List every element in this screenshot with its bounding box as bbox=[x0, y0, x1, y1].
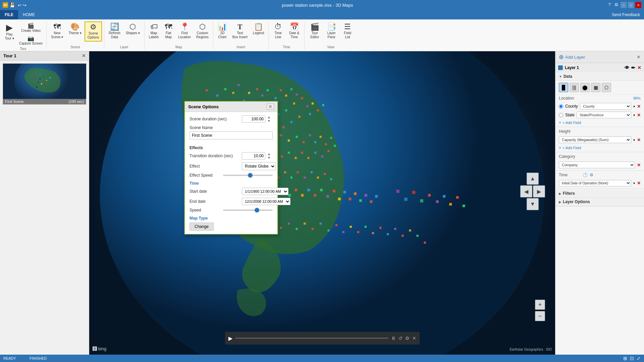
playbar-play-btn[interactable]: ▶ bbox=[228, 335, 232, 342]
shapes-btn[interactable]: ⬡ Shapes ▾ bbox=[123, 21, 142, 37]
grouped-bar-icon-btn[interactable]: ||| bbox=[570, 83, 579, 92]
zoom-in-btn[interactable]: + bbox=[535, 300, 545, 310]
filters-section-header[interactable]: ▶ Filters bbox=[555, 189, 644, 198]
change-map-type-btn[interactable]: Change bbox=[190, 223, 214, 231]
state-field-select[interactable]: State/Province bbox=[577, 112, 631, 118]
duration-input[interactable] bbox=[242, 115, 265, 123]
time-remove-btn[interactable]: ✕ bbox=[637, 181, 641, 186]
category-select[interactable]: Company bbox=[559, 162, 635, 168]
time-dropdown-arrow: ▾ bbox=[633, 181, 635, 185]
statusbar-icon-1[interactable]: ⊞ bbox=[623, 356, 627, 361]
restore-icon[interactable]: ⧉ bbox=[615, 2, 618, 8]
effect-dropdown[interactable]: Rotate Globe Fly Through None bbox=[242, 162, 276, 170]
layer-remove-icon[interactable]: ✕ bbox=[637, 65, 641, 70]
quick-save-icon[interactable]: 💾 bbox=[9, 2, 15, 8]
nav-left-btn[interactable]: ◀ bbox=[520, 185, 532, 197]
home-tab[interactable]: HOME bbox=[18, 10, 40, 19]
playbar-close-btn[interactable]: ✕ bbox=[412, 336, 416, 341]
effect-speed-slider[interactable] bbox=[223, 175, 273, 176]
svg-rect-126 bbox=[314, 194, 316, 197]
svg-rect-141 bbox=[304, 223, 306, 225]
heatmap-icon-btn[interactable]: ▦ bbox=[591, 83, 600, 92]
add-layer-btn[interactable]: ⊕ Add Layer bbox=[559, 53, 585, 61]
region-icon-btn[interactable]: ⬡ bbox=[602, 83, 611, 92]
transition-input[interactable] bbox=[242, 152, 265, 160]
playbar-progress[interactable] bbox=[235, 338, 388, 339]
redo-icon[interactable]: ↪ bbox=[23, 3, 26, 8]
create-video-btn[interactable]: 🎬 Create Video bbox=[17, 21, 44, 34]
date-time-btn[interactable]: 📅 Date &Time bbox=[286, 21, 302, 41]
statusbar-icon-2[interactable]: ⊡ bbox=[630, 356, 634, 361]
county-field-select[interactable]: County bbox=[580, 103, 631, 110]
svg-rect-118 bbox=[330, 178, 332, 180]
category-remove-btn[interactable]: ✕ bbox=[637, 163, 641, 168]
dialog-close-btn[interactable]: ✕ bbox=[267, 104, 274, 110]
tour-panel-close-btn[interactable]: ✕ bbox=[82, 53, 86, 58]
tour-editor-btn[interactable]: 🎬 TourEditor bbox=[307, 21, 323, 41]
scene-item[interactable]: 1 bbox=[0, 61, 89, 107]
bubble-icon-btn[interactable]: ⬤ bbox=[580, 83, 590, 92]
time-settings-icon[interactable]: ⚙ bbox=[590, 173, 593, 177]
start-date-dropdown[interactable]: 1/1/1900 12:00:00 AM bbox=[242, 188, 288, 195]
text-box-btn[interactable]: T TextBox Insert bbox=[230, 21, 250, 41]
scene-thumbnail[interactable]: 1 bbox=[3, 63, 86, 105]
bar-chart-icon-btn[interactable]: ▐▌ bbox=[559, 83, 568, 92]
play-tour-btn[interactable]: ▶ PlayTour ▾ bbox=[2, 21, 17, 42]
layer-pane-btn[interactable]: 📑 LayerPane bbox=[323, 21, 339, 41]
end-date-dropdown[interactable]: 12/1/2008 12:00:00 AM bbox=[242, 198, 290, 205]
svg-rect-129 bbox=[333, 190, 335, 192]
feedback-link[interactable]: Send Feedback bbox=[612, 12, 644, 17]
speed-slider[interactable] bbox=[223, 209, 273, 211]
transition-spinner[interactable]: ▲▼ bbox=[267, 152, 271, 160]
maximize-btn[interactable]: □ bbox=[628, 2, 634, 8]
height-add-field-btn[interactable]: + + Add Field bbox=[555, 144, 644, 151]
field-list-btn[interactable]: ☰ FieldList bbox=[340, 21, 355, 41]
help-icon[interactable]: ? bbox=[608, 2, 611, 8]
layer-edit-icon[interactable]: ✏ bbox=[631, 65, 635, 70]
nav-down-btn[interactable]: ▼ bbox=[527, 198, 539, 210]
location-add-field-btn[interactable]: + + Add Field bbox=[555, 119, 644, 126]
flat-map-btn[interactable]: 🗺 FlatMap bbox=[162, 21, 175, 41]
window-controls[interactable]: ? ⧉ − □ ✕ bbox=[608, 2, 641, 8]
zoom-out-btn[interactable]: − bbox=[535, 311, 545, 321]
file-tab[interactable]: FILE bbox=[0, 10, 18, 19]
undo-icon[interactable]: ↩ bbox=[18, 3, 21, 8]
layer-options-title: Layer Options bbox=[563, 199, 590, 204]
layer-panel-close-btn[interactable]: ✕ bbox=[637, 54, 641, 60]
scene-options-btn[interactable]: ⚙ SceneOptions bbox=[85, 21, 102, 42]
duration-spinner[interactable]: ▲▼ bbox=[267, 115, 271, 123]
minimize-btn[interactable]: − bbox=[621, 2, 627, 8]
custom-regions-btn[interactable]: ⬡ CustomRegions bbox=[194, 21, 211, 41]
nav-right-btn[interactable]: ▶ bbox=[533, 185, 545, 197]
playbar-reset-btn[interactable]: ↺ bbox=[398, 336, 402, 341]
scene-name-input[interactable] bbox=[190, 131, 273, 139]
close-btn[interactable]: ✕ bbox=[635, 2, 641, 8]
playbar-settings-btn[interactable]: ⚙ bbox=[405, 336, 410, 341]
layer-visibility-icon[interactable]: 👁 bbox=[625, 65, 629, 70]
time-select[interactable]: Initial Date of Operation (None) bbox=[559, 180, 631, 186]
capture-screen-btn[interactable]: 📷 Capture Screen bbox=[17, 34, 44, 46]
2d-chart-btn[interactable]: 📊 2DChart bbox=[215, 21, 229, 41]
height-select[interactable]: Capacity (Megawatts) (Sum) bbox=[559, 136, 631, 143]
theme-btn[interactable]: 🎨 Theme ▾ bbox=[66, 21, 84, 37]
nav-up-btn[interactable]: ▲ bbox=[527, 173, 539, 185]
find-location-btn[interactable]: 📍 FindLocation bbox=[176, 21, 193, 41]
state-radio[interactable] bbox=[559, 113, 563, 117]
height-row: Height bbox=[555, 128, 644, 135]
statusbar-icon-3[interactable]: ⤢ bbox=[637, 356, 641, 361]
legend-btn[interactable]: 📋 Legend bbox=[251, 21, 266, 37]
effect-field: Effect Rotate Globe Fly Through None bbox=[190, 162, 273, 170]
data-section-header[interactable]: ▼ Data bbox=[555, 72, 644, 81]
playbar-pause-icon[interactable]: ⏸ bbox=[391, 336, 396, 341]
layer-options-section-header[interactable]: ▶ Layer Options bbox=[555, 198, 644, 206]
county-remove-btn[interactable]: ✕ bbox=[637, 104, 641, 109]
county-radio[interactable] bbox=[559, 104, 563, 109]
refresh-data-btn[interactable]: 🔄 RefreshData bbox=[106, 21, 123, 41]
time-line-btn[interactable]: ⏱ TimeLine bbox=[271, 21, 285, 41]
map-labels-btn[interactable]: 🏷 MapLabels bbox=[147, 21, 161, 41]
new-scene-btn[interactable]: 🗺 NewScene ▾ bbox=[49, 21, 65, 41]
height-remove-btn[interactable]: ✕ bbox=[637, 137, 641, 142]
svg-rect-154 bbox=[401, 235, 404, 237]
state-remove-btn[interactable]: ✕ bbox=[637, 113, 641, 118]
map-area[interactable]: ▲ ◀ ▶ ▼ + − ▶ ⏸ ↺ ⚙ ✕ 🅱 bing Earthstar G… bbox=[89, 51, 555, 355]
